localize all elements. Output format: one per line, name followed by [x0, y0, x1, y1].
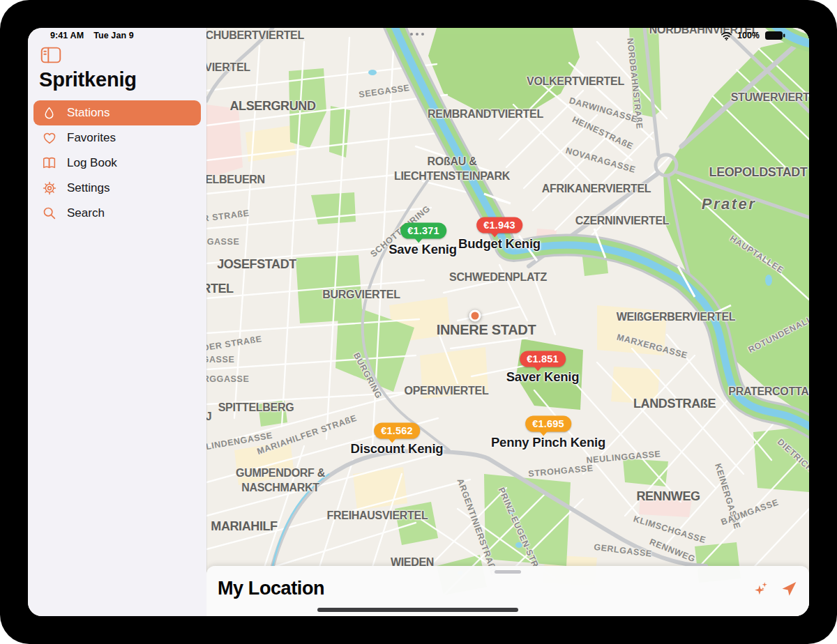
book-icon [40, 155, 58, 172]
sheet-title: My Location [218, 578, 324, 599]
battery-icon [764, 31, 785, 40]
sidebar-item-stations[interactable]: Stations [33, 100, 201, 125]
station-name-label: Discount Kenig [351, 441, 444, 457]
sidebar-item-logbook[interactable]: Log Book [33, 151, 201, 176]
sheet-grab-handle[interactable] [495, 570, 521, 574]
sidebar-item-label: Stations [67, 106, 110, 120]
gear-icon [40, 180, 58, 197]
heart-icon [40, 130, 58, 147]
sidebar-item-search[interactable]: Search [33, 201, 201, 226]
sidebar-item-label: Favorites [67, 131, 116, 145]
sidebar-menu: Stations Favorites Log Book [33, 100, 201, 226]
battery-percent: 100% [737, 31, 760, 40]
station-price-bubble[interactable]: €1.371 [400, 223, 446, 239]
sidebar-item-settings[interactable]: Settings [33, 176, 201, 201]
station-price-bubble[interactable]: €1.943 [476, 217, 522, 233]
app-title: Spritkenig [39, 68, 137, 91]
sidebar-item-label: Log Book [67, 156, 117, 170]
station-name-label: Penny Pinch Kenig [491, 435, 605, 450]
map-overflow-dots [410, 33, 424, 36]
map-stations: €1.371Save Kenig€1.943Budget Kenig€1.851… [206, 28, 809, 616]
ipad-frame: 9:41 AM Tue Jan 9 100% Spritkenig [0, 0, 837, 644]
station-name-label: Budget Kenig [458, 236, 541, 252]
sparkles-icon[interactable] [753, 580, 770, 597]
sidebar-item-label: Settings [67, 181, 110, 195]
wifi-icon [721, 31, 732, 40]
status-bar-right: 100% [721, 31, 785, 40]
sheet-actions [753, 580, 798, 597]
status-bar-left: 9:41 AM Tue Jan 9 [50, 31, 134, 40]
sidebar-toggle-icon[interactable] [40, 46, 61, 64]
status-time: 9:41 AM [50, 31, 84, 40]
station-price-bubble[interactable]: €1.562 [374, 423, 420, 439]
sidebar-item-favorites[interactable]: Favorites [33, 125, 201, 151]
search-icon [40, 205, 58, 222]
status-date: Tue Jan 9 [93, 31, 134, 40]
station-price-bubble[interactable]: €1.851 [520, 351, 566, 367]
fuel-drop-icon [40, 105, 58, 122]
app-screen: 9:41 AM Tue Jan 9 100% Spritkenig [28, 28, 809, 616]
home-indicator[interactable] [317, 608, 518, 612]
station-name-label: Save Kenig [389, 242, 457, 257]
sidebar-item-label: Search [67, 206, 105, 220]
sidebar: Spritkenig Stations Favorites [28, 28, 206, 616]
station-name-label: Saver Kenig [506, 369, 580, 385]
station-price-bubble[interactable]: €1.695 [525, 416, 571, 432]
map-canvas[interactable]: SCHUBERTVIERTELVIERTELALSERGRUNDSEEGASSE… [206, 28, 809, 616]
navigate-icon[interactable] [781, 580, 798, 597]
user-location-dot [469, 310, 481, 322]
